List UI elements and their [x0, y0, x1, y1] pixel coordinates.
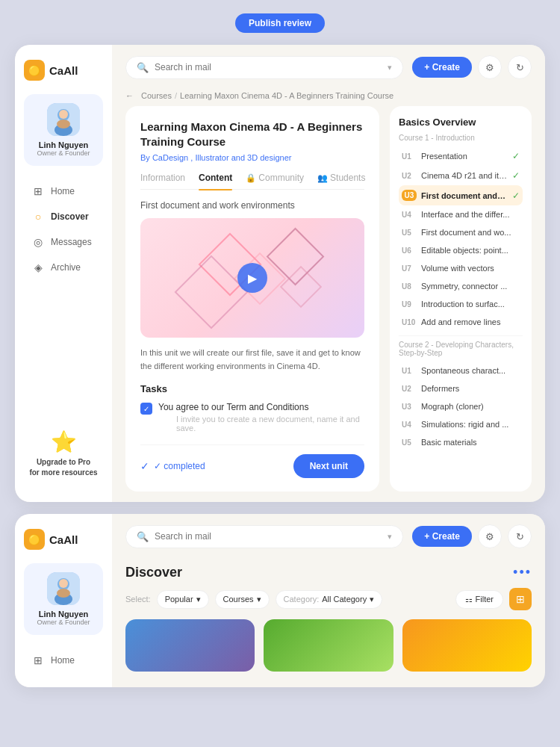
- create-button[interactable]: + Create: [412, 57, 472, 78]
- author-name[interactable]: CaDesign: [152, 153, 188, 162]
- settings-icon-btn-2[interactable]: ⚙: [478, 524, 502, 548]
- search-bar-2[interactable]: 🔍 ▾: [125, 525, 403, 548]
- unit-row-u3[interactable]: U3 First document and wo... ✓: [399, 185, 523, 205]
- task-checkbox[interactable]: ✓: [140, 403, 152, 415]
- video-thumbnail[interactable]: ▶: [140, 218, 364, 338]
- topbar-actions-2: + Create ⚙ ↻: [412, 524, 532, 548]
- grid-view-button[interactable]: ⊞: [509, 588, 532, 610]
- unit-num: U1: [402, 367, 417, 375]
- unit-num: U1: [402, 152, 417, 161]
- sidebar-item-home[interactable]: ⊞ Home: [24, 179, 103, 203]
- search-bar[interactable]: 🔍 ▾: [125, 56, 403, 79]
- play-button[interactable]: ▶: [237, 263, 267, 293]
- refresh-icon-btn-2[interactable]: ↻: [508, 524, 532, 548]
- unit-num: U10: [402, 318, 417, 326]
- unit-num: U4: [402, 211, 417, 219]
- archive-icon: ◈: [31, 261, 45, 273]
- filter-button[interactable]: ⚏ Filter: [455, 590, 503, 609]
- discover-more-button[interactable]: •••: [513, 565, 532, 580]
- course-card-yellow[interactable]: [402, 619, 532, 672]
- unit-row-s2-u4[interactable]: U4 Simulations: rigid and ...: [399, 415, 523, 433]
- unit-row-u7[interactable]: U7 Volume with vectors: [399, 259, 523, 277]
- upgrade-box[interactable]: ⭐ Upgrade to Pro for more resources: [24, 421, 103, 487]
- unit-row-u8[interactable]: U8 Symmetry, connector ...: [399, 277, 523, 295]
- sidebar-item-archive-label: Archive: [51, 262, 81, 273]
- completed-icon: ✓: [140, 460, 149, 472]
- sidebar2-item-home[interactable]: ⊞ Home: [24, 648, 103, 672]
- publish-review-button[interactable]: Publish review: [235, 13, 325, 33]
- task-label: You agree to our Term and Conditions: [158, 402, 364, 412]
- unit-row-s2-u5[interactable]: U5 Basic materials: [399, 433, 523, 451]
- create-button-2[interactable]: + Create: [412, 526, 472, 547]
- check-icon: ✓: [512, 151, 520, 161]
- refresh-icon-2: ↻: [516, 531, 524, 542]
- tasks-title: Tasks: [140, 383, 364, 394]
- course-sidebar: Basics Overview Course 1 - Introduction …: [390, 106, 532, 492]
- type-select[interactable]: Courses ▾: [215, 590, 270, 609]
- filter-bar: Select: Popular ▾ Courses ▾ Category: Al…: [112, 588, 545, 619]
- check-icon: ✓: [512, 190, 520, 201]
- refresh-icon-btn[interactable]: ↻: [508, 55, 532, 79]
- unit-title: Cinema 4D r21 and its ...: [421, 171, 508, 180]
- tab-community[interactable]: 🔒 Community: [246, 173, 304, 189]
- unit-row-u1[interactable]: U1 Presentation ✓: [399, 146, 523, 166]
- unit-num: U5: [402, 438, 417, 447]
- unit-num: U2: [402, 385, 417, 393]
- unit-row-s2-u2[interactable]: U2 Deformers: [399, 379, 523, 397]
- sidebar-item-discover[interactable]: ○ Discover: [24, 205, 103, 229]
- sidebar-item-messages[interactable]: ◎ Messages: [24, 230, 103, 254]
- category-select[interactable]: Category: All Category ▾: [276, 590, 383, 609]
- unit-row-u9[interactable]: U9 Introduction to surfac...: [399, 295, 523, 313]
- search-input-2[interactable]: [155, 531, 382, 542]
- unit-row-u5[interactable]: U5 First document and wo...: [399, 223, 523, 241]
- unit-row-s2-u1[interactable]: U1 Spontaneous charact...: [399, 362, 523, 379]
- course-author: By CaDesign , Illustrator and 3D designe…: [140, 153, 364, 162]
- unit-row-u2[interactable]: U2 Cinema 4D r21 and its ... ✓: [399, 166, 523, 185]
- unit-title: Presentation: [421, 152, 508, 161]
- topbar: 🔍 ▾ + Create ⚙ ↻: [112, 45, 545, 87]
- settings-icon-btn[interactable]: ⚙: [478, 55, 502, 79]
- search-input[interactable]: [155, 62, 382, 72]
- main-content: 🔍 ▾ + Create ⚙ ↻ ← Courses / Learning Ma…: [112, 45, 545, 502]
- sidebar-item-discover-label: Discover: [51, 211, 89, 222]
- filter-label: Select:: [125, 595, 151, 604]
- logo-text-2: CaAll: [49, 533, 78, 546]
- course-cards-row: [112, 619, 545, 682]
- nav-list-2: ⊞ Home: [24, 648, 103, 672]
- avatar-2: [47, 572, 80, 605]
- sidebar-item-messages-label: Messages: [51, 237, 92, 247]
- logo-text: CaAll: [49, 64, 78, 77]
- upgrade-star-icon: ⭐: [27, 430, 100, 454]
- unit-num: U3: [402, 403, 417, 411]
- unit-row-u10[interactable]: U10 Add and remove lines: [399, 313, 523, 331]
- profile-box: Linh Nguyen Owner & Founder: [24, 94, 103, 166]
- course-card-blue[interactable]: [125, 619, 255, 672]
- completed-button[interactable]: ✓ ✓ completed: [140, 460, 205, 472]
- logo-2: 🟡 CaAll: [24, 529, 78, 550]
- sort-select[interactable]: Popular ▾: [157, 590, 209, 609]
- sidebar: 🟡 CaAll Linh Nguyen Owner & Founder ⊞ Ho…: [15, 45, 112, 502]
- refresh-icon: ↻: [516, 62, 524, 73]
- next-unit-button[interactable]: Next unit: [293, 454, 364, 478]
- tab-information[interactable]: Information: [140, 173, 185, 189]
- unit-title: Mograph (cloner): [421, 402, 520, 411]
- breadcrumb-courses[interactable]: Courses: [141, 91, 172, 100]
- svg-point-8: [59, 579, 68, 588]
- upgrade-line1: Upgrade to Pro: [27, 457, 100, 468]
- unit-row-u6[interactable]: U6 Editable objects: point...: [399, 241, 523, 259]
- unit-row-s2-u3[interactable]: U3 Mograph (cloner): [399, 397, 523, 415]
- messages-icon: ◎: [31, 236, 45, 248]
- unit-num: U9: [402, 300, 417, 309]
- grid-icon: ⊞: [516, 593, 525, 605]
- sidebar2-home-label: Home: [51, 655, 75, 666]
- svg-point-3: [59, 110, 68, 119]
- sidebar-item-home-label: Home: [51, 186, 75, 196]
- tab-students[interactable]: 👥 Students: [317, 173, 365, 189]
- task-sublabel: I invite you to create a new document, n…: [176, 415, 364, 433]
- unit-row-u4[interactable]: U4 Interface and the differ...: [399, 205, 523, 223]
- unit-title: Interface and the differ...: [421, 210, 520, 219]
- back-arrow[interactable]: ←: [125, 91, 134, 100]
- course-card-green[interactable]: [264, 619, 393, 672]
- sidebar-item-archive[interactable]: ◈ Archive: [24, 255, 103, 279]
- tab-content[interactable]: Content: [199, 173, 232, 189]
